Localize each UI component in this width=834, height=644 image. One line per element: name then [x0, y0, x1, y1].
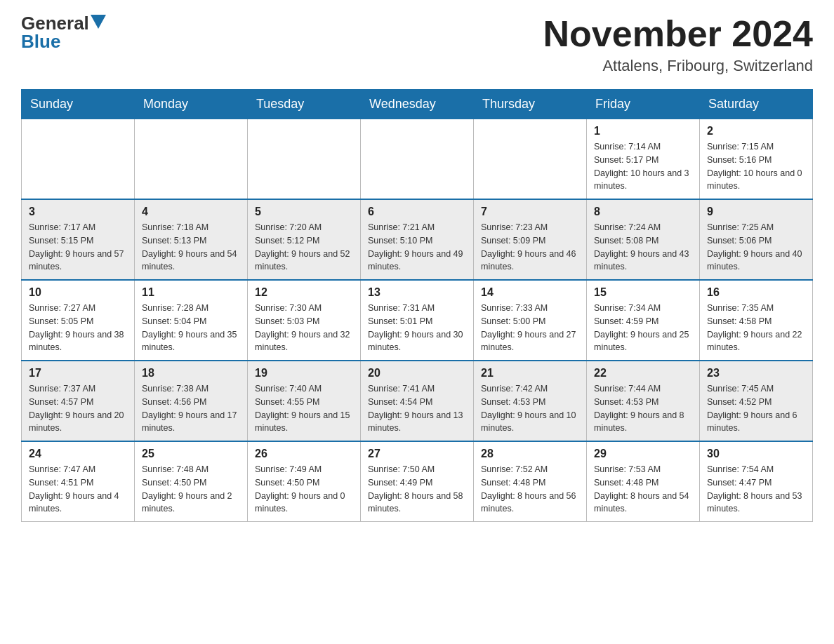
day-info: Sunrise: 7:17 AMSunset: 5:15 PMDaylight:… — [29, 221, 127, 274]
day-info: Sunrise: 7:24 AMSunset: 5:08 PMDaylight:… — [594, 221, 692, 274]
calendar-cell: 21Sunrise: 7:42 AMSunset: 4:53 PMDayligh… — [474, 361, 587, 441]
day-info: Sunrise: 7:54 AMSunset: 4:47 PMDaylight:… — [707, 463, 805, 516]
calendar-week-row: 10Sunrise: 7:27 AMSunset: 5:05 PMDayligh… — [22, 280, 813, 361]
calendar-cell — [474, 119, 587, 200]
day-info: Sunrise: 7:20 AMSunset: 5:12 PMDaylight:… — [255, 221, 353, 274]
day-number: 5 — [255, 206, 353, 218]
logo: General Blue — [21, 14, 106, 51]
day-info: Sunrise: 7:33 AMSunset: 5:00 PMDaylight:… — [481, 302, 579, 354]
day-number: 16 — [707, 286, 805, 299]
calendar-cell: 15Sunrise: 7:34 AMSunset: 4:59 PMDayligh… — [587, 280, 700, 361]
day-number: 28 — [481, 448, 579, 460]
day-number: 25 — [142, 448, 240, 460]
calendar-cell: 30Sunrise: 7:54 AMSunset: 4:47 PMDayligh… — [700, 441, 813, 522]
calendar-cell: 13Sunrise: 7:31 AMSunset: 5:01 PMDayligh… — [361, 280, 474, 361]
day-info: Sunrise: 7:53 AMSunset: 4:48 PMDaylight:… — [594, 463, 692, 516]
calendar-cell — [361, 119, 474, 200]
calendar-cell: 24Sunrise: 7:47 AMSunset: 4:51 PMDayligh… — [22, 441, 135, 522]
day-info: Sunrise: 7:23 AMSunset: 5:09 PMDaylight:… — [481, 221, 579, 274]
calendar-cell: 5Sunrise: 7:20 AMSunset: 5:12 PMDaylight… — [248, 199, 361, 280]
day-info: Sunrise: 7:31 AMSunset: 5:01 PMDaylight:… — [368, 302, 466, 354]
calendar-cell: 23Sunrise: 7:45 AMSunset: 4:52 PMDayligh… — [700, 361, 813, 441]
page-subtitle: Attalens, Fribourg, Switzerland — [543, 57, 813, 75]
col-tuesday: Tuesday — [248, 90, 361, 119]
col-sunday: Sunday — [22, 90, 135, 119]
day-number: 19 — [255, 367, 353, 380]
page-header: General Blue November 2024 Attalens, Fri… — [21, 14, 813, 75]
calendar-cell — [248, 119, 361, 200]
day-number: 15 — [594, 286, 692, 299]
calendar-table: Sunday Monday Tuesday Wednesday Thursday… — [21, 89, 813, 522]
day-number: 2 — [707, 125, 805, 137]
day-number: 14 — [481, 286, 579, 299]
day-number: 17 — [29, 367, 127, 380]
calendar-header-row: Sunday Monday Tuesday Wednesday Thursday… — [22, 90, 813, 119]
day-info: Sunrise: 7:35 AMSunset: 4:58 PMDaylight:… — [707, 302, 805, 354]
col-thursday: Thursday — [474, 90, 587, 119]
svg-marker-0 — [91, 15, 106, 29]
logo-general-text: General — [21, 14, 89, 32]
day-number: 24 — [29, 448, 127, 460]
calendar-cell: 9Sunrise: 7:25 AMSunset: 5:06 PMDaylight… — [700, 199, 813, 280]
calendar-week-row: 17Sunrise: 7:37 AMSunset: 4:57 PMDayligh… — [22, 361, 813, 441]
day-number: 13 — [368, 286, 466, 299]
calendar-cell: 8Sunrise: 7:24 AMSunset: 5:08 PMDaylight… — [587, 199, 700, 280]
day-info: Sunrise: 7:14 AMSunset: 5:17 PMDaylight:… — [594, 140, 692, 193]
calendar-cell: 6Sunrise: 7:21 AMSunset: 5:10 PMDaylight… — [361, 199, 474, 280]
calendar-cell: 17Sunrise: 7:37 AMSunset: 4:57 PMDayligh… — [22, 361, 135, 441]
page-title: November 2024 — [543, 14, 813, 54]
logo-triangle-icon — [91, 15, 106, 29]
col-monday: Monday — [135, 90, 248, 119]
day-number: 7 — [481, 206, 579, 218]
day-number: 23 — [707, 367, 805, 380]
day-info: Sunrise: 7:30 AMSunset: 5:03 PMDaylight:… — [255, 302, 353, 354]
day-number: 10 — [29, 286, 127, 299]
calendar-cell: 12Sunrise: 7:30 AMSunset: 5:03 PMDayligh… — [248, 280, 361, 361]
day-info: Sunrise: 7:41 AMSunset: 4:54 PMDaylight:… — [368, 382, 466, 435]
calendar-week-row: 24Sunrise: 7:47 AMSunset: 4:51 PMDayligh… — [22, 441, 813, 522]
day-info: Sunrise: 7:37 AMSunset: 4:57 PMDaylight:… — [29, 382, 127, 435]
day-number: 6 — [368, 206, 466, 218]
day-number: 9 — [707, 206, 805, 218]
calendar-cell: 16Sunrise: 7:35 AMSunset: 4:58 PMDayligh… — [700, 280, 813, 361]
day-info: Sunrise: 7:34 AMSunset: 4:59 PMDaylight:… — [594, 302, 692, 354]
calendar-cell — [22, 119, 135, 200]
calendar-cell: 22Sunrise: 7:44 AMSunset: 4:53 PMDayligh… — [587, 361, 700, 441]
day-info: Sunrise: 7:40 AMSunset: 4:55 PMDaylight:… — [255, 382, 353, 435]
calendar-cell: 26Sunrise: 7:49 AMSunset: 4:50 PMDayligh… — [248, 441, 361, 522]
day-number: 4 — [142, 206, 240, 218]
day-info: Sunrise: 7:45 AMSunset: 4:52 PMDaylight:… — [707, 382, 805, 435]
calendar-cell: 18Sunrise: 7:38 AMSunset: 4:56 PMDayligh… — [135, 361, 248, 441]
day-number: 18 — [142, 367, 240, 380]
col-saturday: Saturday — [700, 90, 813, 119]
day-number: 21 — [481, 367, 579, 380]
calendar-cell: 20Sunrise: 7:41 AMSunset: 4:54 PMDayligh… — [361, 361, 474, 441]
day-info: Sunrise: 7:27 AMSunset: 5:05 PMDaylight:… — [29, 302, 127, 354]
day-info: Sunrise: 7:18 AMSunset: 5:13 PMDaylight:… — [142, 221, 240, 274]
day-number: 12 — [255, 286, 353, 299]
calendar-cell — [135, 119, 248, 200]
day-info: Sunrise: 7:21 AMSunset: 5:10 PMDaylight:… — [368, 221, 466, 274]
day-info: Sunrise: 7:47 AMSunset: 4:51 PMDaylight:… — [29, 463, 127, 516]
day-number: 8 — [594, 206, 692, 218]
day-info: Sunrise: 7:25 AMSunset: 5:06 PMDaylight:… — [707, 221, 805, 274]
day-info: Sunrise: 7:50 AMSunset: 4:49 PMDaylight:… — [368, 463, 466, 516]
day-info: Sunrise: 7:38 AMSunset: 4:56 PMDaylight:… — [142, 382, 240, 435]
calendar-cell: 14Sunrise: 7:33 AMSunset: 5:00 PMDayligh… — [474, 280, 587, 361]
calendar-cell: 4Sunrise: 7:18 AMSunset: 5:13 PMDaylight… — [135, 199, 248, 280]
day-number: 30 — [707, 448, 805, 460]
calendar-cell: 1Sunrise: 7:14 AMSunset: 5:17 PMDaylight… — [587, 119, 700, 200]
day-number: 29 — [594, 448, 692, 460]
calendar-cell: 28Sunrise: 7:52 AMSunset: 4:48 PMDayligh… — [474, 441, 587, 522]
day-number: 3 — [29, 206, 127, 218]
day-info: Sunrise: 7:44 AMSunset: 4:53 PMDaylight:… — [594, 382, 692, 435]
col-wednesday: Wednesday — [361, 90, 474, 119]
day-number: 26 — [255, 448, 353, 460]
day-info: Sunrise: 7:48 AMSunset: 4:50 PMDaylight:… — [142, 463, 240, 516]
day-number: 27 — [368, 448, 466, 460]
day-info: Sunrise: 7:49 AMSunset: 4:50 PMDaylight:… — [255, 463, 353, 516]
day-number: 22 — [594, 367, 692, 380]
calendar-cell: 10Sunrise: 7:27 AMSunset: 5:05 PMDayligh… — [22, 280, 135, 361]
calendar-cell: 11Sunrise: 7:28 AMSunset: 5:04 PMDayligh… — [135, 280, 248, 361]
day-info: Sunrise: 7:15 AMSunset: 5:16 PMDaylight:… — [707, 140, 805, 193]
